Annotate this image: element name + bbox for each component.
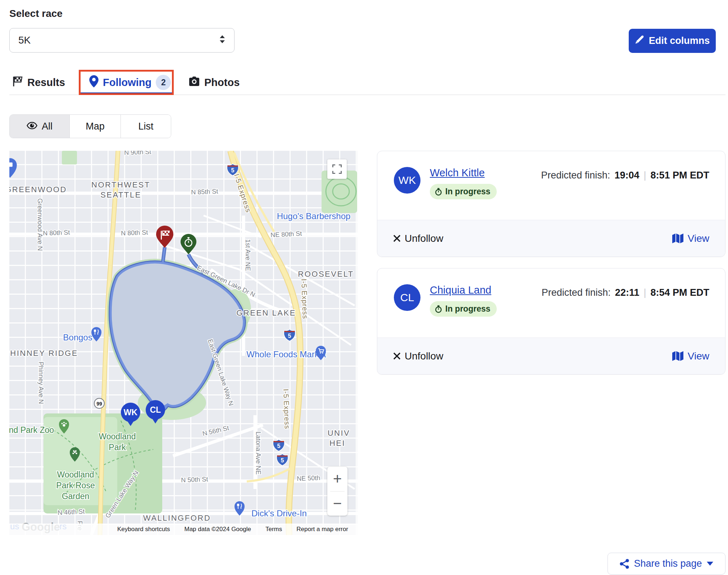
share-page-button[interactable]: Share this page [608, 553, 725, 575]
status-badge: In progress [430, 301, 497, 317]
pencil-icon [635, 35, 644, 47]
follower-name-link[interactable]: Chiquia Land [430, 284, 491, 296]
attribution-item[interactable]: Keyboard shortcuts [117, 526, 170, 533]
follower-card: WK Welch Kittle In progress Predicted fi… [377, 151, 725, 257]
map-label-st: N 85th St [191, 188, 218, 196]
attribution-item: Map data ©2024 Google [184, 526, 251, 533]
map-label-st: N 46th St [58, 508, 85, 516]
map-label-hwy: I-5 Express [282, 389, 291, 429]
map-label-park: Woodland [57, 470, 94, 479]
view-toggle-map[interactable]: Map [69, 115, 120, 138]
map-attribution-bar: Keyboard shortcutsMap data ©2024 GoogleT… [9, 524, 357, 535]
map-label-nb: WALLINGFORD [143, 513, 211, 522]
svg-text:5: 5 [288, 333, 291, 339]
avatar: CL [394, 284, 420, 311]
tabs-divider [9, 95, 725, 95]
stopwatch-icon [435, 305, 442, 313]
svg-text:CL: CL [150, 405, 161, 415]
map-label-nb: SEATTLE [100, 190, 141, 199]
map-label-poi[interactable]: Hugo's Barbershop [277, 211, 351, 221]
view-toggle-list[interactable]: List [120, 115, 171, 138]
map-label-park: Park Rose [56, 481, 95, 490]
map-label-nb: PHINNEY RIDGE [9, 349, 78, 358]
map-label-st: N 50th St [181, 476, 208, 484]
view-on-map-button[interactable]: View [672, 350, 709, 362]
map-label-nb: NORTHWEST [91, 180, 150, 189]
map-label-poi[interactable]: Bongos [63, 332, 92, 342]
map-label-nb: GREEN LAKE [236, 308, 296, 317]
svg-text:5: 5 [277, 443, 281, 449]
x-icon [393, 235, 401, 242]
race-tracking-page: Select race 5K Edit columns Results Foll… [0, 0, 728, 575]
fullscreen-button[interactable] [327, 159, 347, 179]
zoom-out-button[interactable]: − [327, 492, 347, 516]
unfollow-button[interactable]: Unfollow [393, 233, 443, 244]
map-pin-icon [89, 75, 99, 90]
follower-card-header: CL Chiquia Land In progress Predicted fi… [377, 268, 725, 317]
google-map[interactable]: N 90th StN 85th StN 80th StN 80th StNE 8… [9, 151, 357, 535]
following-count-badge: 2 [156, 75, 171, 90]
camera-icon [188, 76, 200, 89]
attribution-item[interactable]: Report a map error [296, 526, 348, 533]
map-label-park: Garden [62, 492, 90, 501]
select-arrows-icon [219, 35, 226, 46]
state-route-shield: 99 [94, 398, 104, 408]
caret-down-icon [707, 562, 713, 566]
map-label-st: Greenwood Ave N [36, 198, 44, 251]
map-label-st: Phinney Ave N [37, 362, 45, 404]
map-label-park: and Park Zoo [9, 425, 54, 435]
follower-name-link[interactable]: Welch Kittle [430, 167, 485, 179]
map-label-st: N 90th St [124, 151, 151, 156]
predicted-finish: Predicted finish: 22:11 | 8:54 PM EDT [542, 287, 709, 298]
predicted-finish: Predicted finish: 19:04 | 8:51 PM EDT [541, 170, 709, 181]
map-label-st: Latona Ave NE [255, 431, 262, 475]
eye-icon [27, 121, 37, 132]
edit-columns-button[interactable]: Edit columns [629, 29, 716, 53]
zoom-control: + − [327, 467, 347, 516]
folded-map-icon [672, 351, 683, 361]
view-toggle-all[interactable]: All [10, 115, 69, 138]
unfollow-button[interactable]: Unfollow [393, 350, 443, 362]
map-label-park: Woodland [99, 432, 136, 441]
follower-card-header: WK Welch Kittle In progress Predicted fi… [377, 151, 725, 199]
follower-card: CL Chiquia Land In progress Predicted fi… [377, 268, 725, 375]
checkered-flag-icon [12, 76, 23, 89]
map-label-park: Park [109, 443, 126, 452]
svg-text:5: 5 [231, 167, 235, 173]
map-label-st: NE 50th [297, 474, 320, 482]
share-icon [620, 559, 629, 569]
folded-map-icon [672, 234, 683, 243]
map-label-poi[interactable]: Whole Foods Market [246, 349, 326, 359]
map-label-st: N 80th St [121, 229, 148, 237]
tab-results[interactable]: Results [12, 71, 65, 94]
status-badge: In progress [430, 184, 497, 199]
x-icon [393, 352, 401, 360]
zoom-in-button[interactable]: + [327, 467, 347, 491]
map-label-nb: GREENWOOD [9, 185, 67, 194]
follower-card-footer: Unfollow View [377, 338, 725, 374]
map-label-st: N 80th St [43, 229, 70, 237]
stopwatch-icon [435, 188, 442, 196]
map-label-poi[interactable]: Dick's Drive-In [251, 508, 307, 518]
fullscreen-icon [332, 164, 342, 174]
view-toggle: All Map List [9, 114, 171, 138]
svg-text:WK: WK [124, 408, 138, 417]
map-label-nb: ROOSEVELT [298, 270, 354, 279]
svg-text:5: 5 [281, 457, 284, 463]
map-label-hwy: I-5 Express [300, 279, 309, 319]
tab-photos[interactable]: Photos [188, 71, 240, 94]
follower-card-footer: Unfollow View [377, 220, 725, 257]
map-label-st: 1st Ave NE [244, 239, 251, 271]
avatar: WK [394, 167, 420, 194]
tab-following[interactable]: Following 2 [89, 71, 171, 94]
attribution-item[interactable]: Terms [265, 526, 282, 533]
select-race-label: Select race [9, 8, 63, 19]
map-label-nb: HEI [329, 439, 345, 448]
svg-text:99: 99 [96, 401, 102, 407]
race-select[interactable]: 5K [9, 28, 235, 53]
race-select-value: 5K [18, 35, 31, 46]
map-label-nb: UNIV [328, 429, 350, 438]
view-on-map-button[interactable]: View [672, 233, 709, 244]
